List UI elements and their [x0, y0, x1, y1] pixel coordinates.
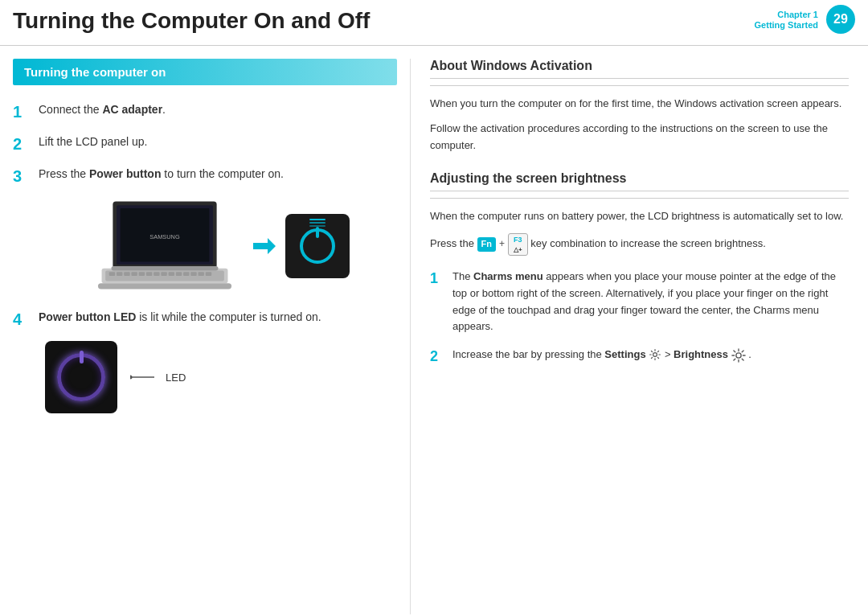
sub-step-2-number: 2	[430, 347, 444, 367]
svg-rect-9	[131, 272, 137, 276]
svg-rect-7	[117, 272, 122, 276]
step-4: 4 Power button LED is lit while the comp…	[13, 309, 397, 330]
f3-key-sublabel: △+	[514, 245, 522, 254]
windows-activation-para-2: Follow the activation procedures accordi…	[430, 121, 849, 154]
brightness-para-1: When the computer runs on battery power,…	[430, 208, 849, 225]
page-title: Turning the Computer On and Off	[0, 0, 755, 39]
laptop-image: SAMSUNG	[84, 198, 245, 294]
step-3-number: 3	[13, 166, 31, 187]
step-1-text: Connect the AC adapter.	[39, 101, 166, 118]
svg-rect-14	[169, 272, 174, 276]
right-column: About Windows Activation When you turn t…	[410, 59, 868, 614]
sub-step-1-text: The Charms menu appears when you place y…	[452, 269, 849, 335]
left-column: Turning the computer on 1 Connect the AC…	[0, 59, 410, 614]
svg-point-26	[735, 353, 740, 358]
svg-rect-20	[98, 283, 231, 289]
sub-step-2: 2 Increase the bar by pressing the Setti…	[430, 347, 849, 367]
step-4-text: Power button LED is lit while the comput…	[39, 309, 321, 326]
svg-rect-18	[199, 272, 204, 276]
step-2: 2 Lift the LCD panel up.	[13, 133, 397, 154]
svg-rect-10	[139, 272, 145, 276]
svg-rect-15	[176, 272, 182, 276]
led-circle	[57, 353, 105, 401]
step-1: 1 Connect the AC adapter.	[13, 101, 397, 122]
svg-line-32	[742, 359, 743, 360]
chapter-label: Chapter 1	[777, 10, 818, 19]
step-3-text: Press the Power button to turn the compu…	[39, 166, 284, 183]
svg-rect-8	[124, 272, 129, 276]
svg-line-33	[742, 351, 743, 352]
arrow-icon	[253, 236, 277, 256]
brightness-divider	[430, 198, 849, 199]
brightness-sun-icon	[731, 348, 746, 363]
fn-key-combo: Fn + F3 △+	[477, 233, 528, 256]
windows-activation-para-1: When you turn the computer on for the fi…	[430, 96, 849, 113]
led-power-button-image	[45, 341, 117, 413]
svg-text:SAMSUNG: SAMSUNG	[149, 233, 180, 240]
led-image-area: LED	[45, 341, 397, 413]
step-3: 3 Press the Power button to turn the com…	[13, 166, 397, 187]
header-right: Chapter 1 Getting Started 29	[755, 0, 868, 39]
led-label: LED	[166, 372, 186, 384]
svg-rect-6	[109, 272, 115, 276]
svg-rect-12	[154, 272, 159, 276]
step-4-number: 4	[13, 309, 31, 330]
svg-rect-11	[146, 272, 152, 276]
sub-step-2-text: Increase the bar by pressing the Setting…	[452, 347, 751, 363]
subsection-brightness: Adjusting the screen brightness When the…	[430, 171, 849, 367]
connector-arrow	[253, 236, 277, 256]
page-number: 29	[826, 5, 855, 34]
svg-rect-19	[206, 272, 211, 276]
power-button-image	[285, 214, 350, 278]
key-combo-text: Press the Fn + F3 △+ key combination to …	[430, 233, 849, 256]
svg-rect-16	[183, 272, 189, 276]
sub-step-1: 1 The Charms menu appears when you place…	[430, 269, 849, 335]
svg-line-31	[734, 351, 735, 352]
brightness-title: Adjusting the screen brightness	[430, 171, 849, 191]
svg-marker-22	[253, 238, 276, 254]
content-wrapper: Turning the computer on 1 Connect the AC…	[0, 59, 868, 614]
settings-gear-icon	[649, 348, 661, 361]
f3-key: F3 △+	[508, 233, 528, 256]
section-header-bar: Turning the computer on	[13, 59, 397, 85]
step-2-number: 2	[13, 133, 31, 154]
step-2-text: Lift the LCD panel up.	[39, 133, 147, 150]
led-arrow-icon	[130, 372, 162, 383]
sub-step-1-number: 1	[430, 269, 444, 289]
plus-sign: +	[499, 236, 505, 252]
windows-activation-title: About Windows Activation	[430, 59, 849, 79]
svg-rect-21	[112, 266, 219, 271]
fn-key: Fn	[477, 237, 496, 251]
section-divider	[430, 85, 849, 86]
f3-key-label: F3	[514, 235, 522, 245]
page-header: Turning the Computer On and Off Chapter …	[0, 0, 868, 46]
laptop-image-area: SAMSUNG	[37, 198, 397, 294]
svg-rect-17	[190, 272, 196, 276]
svg-line-34	[734, 359, 735, 360]
chapter-subtitle: Getting Started	[755, 20, 818, 30]
svg-rect-13	[161, 272, 166, 276]
svg-point-24	[130, 376, 133, 380]
step-1-number: 1	[13, 101, 31, 122]
subsection-windows-activation: About Windows Activation When you turn t…	[430, 59, 849, 154]
power-icon-circle	[300, 228, 335, 264]
svg-point-25	[653, 352, 657, 356]
